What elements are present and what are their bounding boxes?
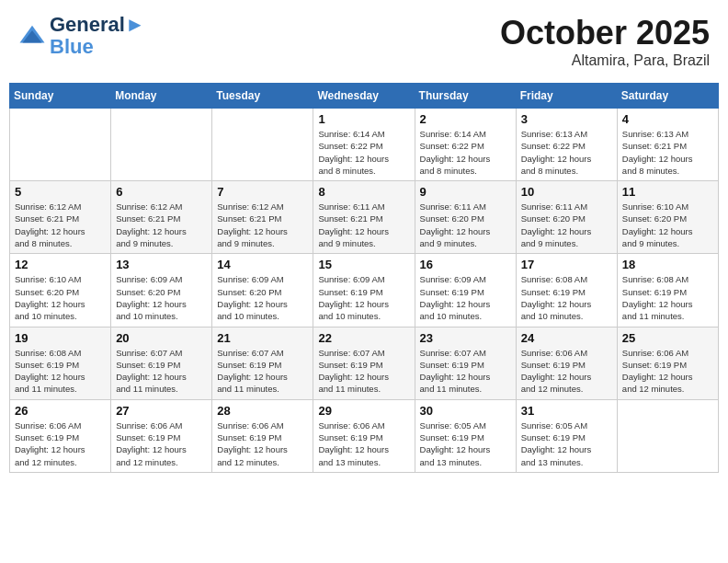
day-number: 27 [116, 404, 207, 418]
calendar-day-cell [617, 399, 718, 472]
day-number: 17 [521, 258, 612, 271]
title-block: October 2025 Altamira, Para, Brazil [500, 14, 710, 69]
day-info: Sunrise: 6:09 AM Sunset: 6:20 PM Dayligh… [217, 273, 308, 322]
weekday-header-monday: Monday [111, 84, 212, 109]
day-number: 25 [622, 331, 713, 345]
calendar-day-cell: 15Sunrise: 6:09 AM Sunset: 6:19 PM Dayli… [313, 254, 415, 327]
calendar-day-cell: 18Sunrise: 6:08 AM Sunset: 6:19 PM Dayli… [617, 254, 718, 327]
day-number: 14 [217, 258, 308, 271]
day-info: Sunrise: 6:05 AM Sunset: 6:19 PM Dayligh… [521, 419, 612, 468]
calendar-week-row: 12Sunrise: 6:10 AM Sunset: 6:20 PM Dayli… [10, 254, 719, 327]
calendar-week-row: 19Sunrise: 6:08 AM Sunset: 6:19 PM Dayli… [10, 327, 719, 399]
day-number: 3 [521, 112, 612, 126]
weekday-header-friday: Friday [516, 84, 617, 109]
day-number: 16 [420, 258, 511, 271]
calendar-day-cell: 5Sunrise: 6:12 AM Sunset: 6:21 PM Daylig… [10, 181, 111, 254]
calendar-day-cell: 9Sunrise: 6:11 AM Sunset: 6:20 PM Daylig… [415, 181, 516, 254]
day-info: Sunrise: 6:14 AM Sunset: 6:22 PM Dayligh… [318, 128, 409, 177]
day-number: 29 [318, 404, 409, 418]
day-info: Sunrise: 6:12 AM Sunset: 6:21 PM Dayligh… [217, 201, 308, 249]
calendar-week-row: 26Sunrise: 6:06 AM Sunset: 6:19 PM Dayli… [10, 399, 719, 472]
day-number: 11 [622, 185, 713, 199]
calendar-day-cell: 30Sunrise: 6:05 AM Sunset: 6:19 PM Dayli… [415, 399, 516, 472]
day-number: 28 [217, 404, 308, 418]
logo-text: General► Blue [50, 14, 145, 58]
day-number: 9 [420, 185, 511, 199]
day-info: Sunrise: 6:06 AM Sunset: 6:19 PM Dayligh… [521, 347, 612, 396]
day-info: Sunrise: 6:07 AM Sunset: 6:19 PM Dayligh… [217, 347, 308, 396]
day-number: 30 [420, 404, 511, 418]
weekday-header-sunday: Sunday [10, 84, 111, 109]
calendar-day-cell [212, 109, 313, 181]
day-info: Sunrise: 6:08 AM Sunset: 6:19 PM Dayligh… [622, 273, 713, 322]
day-number: 8 [318, 185, 409, 199]
calendar-day-cell: 24Sunrise: 6:06 AM Sunset: 6:19 PM Dayli… [516, 327, 617, 399]
calendar-day-cell: 23Sunrise: 6:07 AM Sunset: 6:19 PM Dayli… [415, 327, 516, 399]
calendar-day-cell: 25Sunrise: 6:06 AM Sunset: 6:19 PM Dayli… [617, 327, 718, 399]
calendar-day-cell: 29Sunrise: 6:06 AM Sunset: 6:19 PM Dayli… [313, 399, 415, 472]
day-info: Sunrise: 6:07 AM Sunset: 6:19 PM Dayligh… [116, 347, 207, 396]
calendar-day-cell: 3Sunrise: 6:13 AM Sunset: 6:22 PM Daylig… [516, 109, 617, 181]
day-info: Sunrise: 6:06 AM Sunset: 6:19 PM Dayligh… [217, 419, 308, 468]
day-number: 19 [15, 331, 106, 345]
calendar-day-cell: 27Sunrise: 6:06 AM Sunset: 6:19 PM Dayli… [111, 399, 212, 472]
calendar-day-cell: 1Sunrise: 6:14 AM Sunset: 6:22 PM Daylig… [313, 109, 415, 181]
day-info: Sunrise: 6:08 AM Sunset: 6:19 PM Dayligh… [15, 347, 106, 396]
day-info: Sunrise: 6:11 AM Sunset: 6:20 PM Dayligh… [521, 201, 612, 249]
calendar-table: SundayMondayTuesdayWednesdayThursdayFrid… [9, 83, 719, 473]
day-number: 22 [318, 331, 409, 345]
day-info: Sunrise: 6:09 AM Sunset: 6:19 PM Dayligh… [420, 273, 511, 322]
weekday-header-tuesday: Tuesday [212, 84, 313, 109]
day-number: 31 [521, 404, 612, 418]
calendar-day-cell: 16Sunrise: 6:09 AM Sunset: 6:19 PM Dayli… [415, 254, 516, 327]
calendar-day-cell: 12Sunrise: 6:10 AM Sunset: 6:20 PM Dayli… [10, 254, 111, 327]
day-info: Sunrise: 6:11 AM Sunset: 6:21 PM Dayligh… [318, 201, 409, 249]
day-info: Sunrise: 6:05 AM Sunset: 6:19 PM Dayligh… [420, 419, 511, 468]
calendar-day-cell: 2Sunrise: 6:14 AM Sunset: 6:22 PM Daylig… [415, 109, 516, 181]
calendar-day-cell: 11Sunrise: 6:10 AM Sunset: 6:20 PM Dayli… [617, 181, 718, 254]
calendar-day-cell [111, 109, 212, 181]
day-info: Sunrise: 6:06 AM Sunset: 6:19 PM Dayligh… [15, 419, 106, 468]
calendar-day-cell: 10Sunrise: 6:11 AM Sunset: 6:20 PM Dayli… [516, 181, 617, 254]
calendar-day-cell: 28Sunrise: 6:06 AM Sunset: 6:19 PM Dayli… [212, 399, 313, 472]
day-info: Sunrise: 6:07 AM Sunset: 6:19 PM Dayligh… [318, 347, 409, 396]
day-info: Sunrise: 6:06 AM Sunset: 6:19 PM Dayligh… [116, 419, 207, 468]
day-info: Sunrise: 6:12 AM Sunset: 6:21 PM Dayligh… [15, 201, 106, 249]
day-number: 20 [116, 331, 207, 345]
month-title: October 2025 [500, 14, 710, 52]
day-info: Sunrise: 6:08 AM Sunset: 6:19 PM Dayligh… [521, 273, 612, 322]
calendar-day-cell: 6Sunrise: 6:12 AM Sunset: 6:21 PM Daylig… [111, 181, 212, 254]
day-number: 13 [116, 258, 207, 271]
calendar-week-row: 5Sunrise: 6:12 AM Sunset: 6:21 PM Daylig… [10, 181, 719, 254]
day-number: 15 [318, 258, 409, 271]
logo: General► Blue [18, 14, 145, 58]
day-info: Sunrise: 6:13 AM Sunset: 6:22 PM Dayligh… [521, 128, 612, 177]
day-info: Sunrise: 6:06 AM Sunset: 6:19 PM Dayligh… [622, 347, 713, 396]
day-number: 21 [217, 331, 308, 345]
calendar-day-cell: 20Sunrise: 6:07 AM Sunset: 6:19 PM Dayli… [111, 327, 212, 399]
location: Altamira, Para, Brazil [500, 52, 710, 69]
weekday-header-row: SundayMondayTuesdayWednesdayThursdayFrid… [10, 84, 719, 109]
calendar-day-cell: 8Sunrise: 6:11 AM Sunset: 6:21 PM Daylig… [313, 181, 415, 254]
calendar-day-cell: 13Sunrise: 6:09 AM Sunset: 6:20 PM Dayli… [111, 254, 212, 327]
calendar-day-cell: 21Sunrise: 6:07 AM Sunset: 6:19 PM Dayli… [212, 327, 313, 399]
day-number: 2 [420, 112, 511, 126]
calendar-day-cell: 19Sunrise: 6:08 AM Sunset: 6:19 PM Dayli… [10, 327, 111, 399]
day-number: 26 [15, 404, 106, 418]
calendar-day-cell: 22Sunrise: 6:07 AM Sunset: 6:19 PM Dayli… [313, 327, 415, 399]
day-number: 4 [622, 112, 713, 126]
calendar-day-cell: 17Sunrise: 6:08 AM Sunset: 6:19 PM Dayli… [516, 254, 617, 327]
day-number: 1 [318, 112, 409, 126]
day-number: 7 [217, 185, 308, 199]
day-info: Sunrise: 6:14 AM Sunset: 6:22 PM Dayligh… [420, 128, 511, 177]
day-info: Sunrise: 6:07 AM Sunset: 6:19 PM Dayligh… [420, 347, 511, 396]
weekday-header-saturday: Saturday [617, 84, 718, 109]
calendar-day-cell: 14Sunrise: 6:09 AM Sunset: 6:20 PM Dayli… [212, 254, 313, 327]
day-number: 12 [15, 258, 106, 271]
day-info: Sunrise: 6:10 AM Sunset: 6:20 PM Dayligh… [622, 201, 713, 249]
day-info: Sunrise: 6:06 AM Sunset: 6:19 PM Dayligh… [318, 419, 409, 468]
calendar-day-cell [10, 109, 111, 181]
day-number: 5 [15, 185, 106, 199]
logo-icon [18, 22, 46, 50]
calendar-day-cell: 4Sunrise: 6:13 AM Sunset: 6:21 PM Daylig… [617, 109, 718, 181]
